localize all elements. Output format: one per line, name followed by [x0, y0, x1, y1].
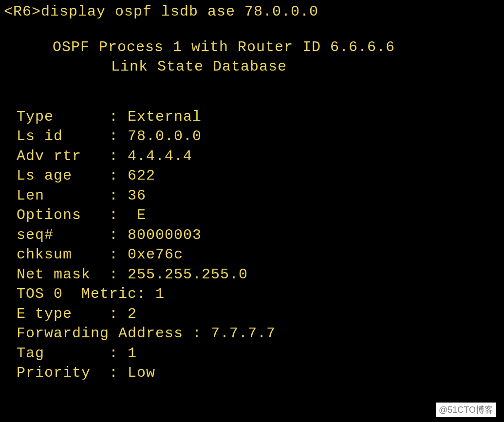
command-input[interactable]: display ospf lsdb ase 78.0.0.0 — [41, 3, 318, 20]
type-label: Type — [17, 109, 54, 125]
options-row: Options : E — [17, 205, 500, 225]
tag-value: 1 — [128, 345, 137, 362]
netmask-label: Net mask — [17, 266, 91, 283]
type-value: External — [128, 109, 202, 125]
options-value: E — [128, 207, 146, 223]
len-value: 36 — [128, 187, 146, 204]
etype-row: E type : 2 — [17, 304, 500, 324]
watermark-label: @51CTO博客 — [436, 403, 496, 417]
fwdaddr-row: Forwarding Address : 7.7.7.7 — [17, 324, 500, 344]
tag-row: Tag : 1 — [17, 344, 500, 364]
seq-row: seq# : 80000003 — [17, 225, 500, 245]
chksum-label: chksum — [17, 246, 72, 263]
tag-label: Tag — [17, 345, 44, 362]
lsa-details: Type : External Ls id : 78.0.0.0 Adv rtr… — [4, 107, 500, 383]
type-row: Type : External — [17, 107, 500, 127]
lsid-label: Ls id — [17, 128, 63, 145]
hostname-label: <R6> — [4, 3, 41, 20]
seq-label: seq# — [17, 227, 54, 243]
chksum-value: 0xe76c — [128, 246, 183, 263]
lsage-row: Ls age : 622 — [17, 166, 500, 186]
lsdb-title-line: Link State Database — [4, 57, 500, 77]
len-label: Len — [17, 187, 44, 204]
netmask-row: Net mask : 255.255.255.0 — [17, 265, 500, 285]
lsage-value: 622 — [128, 167, 155, 184]
priority-row: Priority : Low — [17, 363, 500, 383]
netmask-value: 255.255.255.0 — [128, 266, 248, 283]
etype-value: 2 — [128, 306, 137, 322]
ospf-header: OSPF Process 1 with Router ID 6.6.6.6 Li… — [4, 37, 500, 77]
len-row: Len : 36 — [17, 186, 500, 206]
etype-label: E type — [17, 306, 72, 322]
priority-value: Low — [128, 365, 155, 381]
lsid-value: 78.0.0.0 — [128, 128, 202, 145]
ospf-process-line: OSPF Process 1 with Router ID 6.6.6.6 — [4, 37, 500, 57]
tos-metric-row: TOS 0 Metric: 1 — [17, 284, 500, 304]
advrtr-value: 4.4.4.4 — [128, 148, 192, 165]
options-label: Options — [17, 207, 81, 223]
command-prompt[interactable]: <R6>display ospf lsdb ase 78.0.0.0 — [4, 2, 500, 22]
chksum-row: chksum : 0xe76c — [17, 245, 500, 265]
advrtr-row: Adv rtr : 4.4.4.4 — [17, 147, 500, 166]
lsid-row: Ls id : 78.0.0.0 — [17, 127, 500, 147]
lsage-label: Ls age — [17, 167, 72, 184]
advrtr-label: Adv rtr — [17, 148, 81, 165]
seq-value: 80000003 — [128, 227, 202, 243]
priority-label: Priority — [17, 365, 91, 381]
